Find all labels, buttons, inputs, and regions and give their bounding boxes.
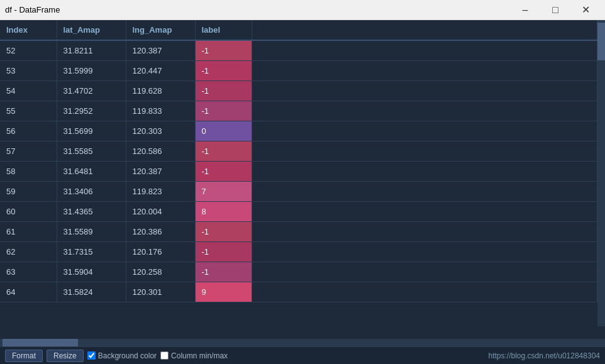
cell-label: -1 — [195, 141, 252, 162]
cell-lat: 31.8211 — [57, 40, 126, 61]
resize-button[interactable]: Resize — [47, 350, 84, 362]
status-left: Format Resize Background color Column mi… — [5, 350, 228, 362]
cell-lat: 31.5699 — [57, 121, 126, 141]
cell-lng: 120.258 — [126, 262, 195, 282]
cell-empty — [252, 182, 597, 202]
cell-label: -1 — [195, 242, 252, 262]
cell-label: -1 — [195, 40, 252, 61]
dataframe-table: Index lat_Amap lng_Amap label 5231.82111… — [0, 20, 597, 302]
cell-index: 60 — [0, 202, 57, 222]
table-row: 6231.7315120.176-1 — [0, 242, 597, 262]
cell-lat: 31.2952 — [57, 101, 126, 121]
cell-lng: 120.176 — [126, 242, 195, 262]
cell-label: -1 — [195, 81, 252, 101]
col-minmax-checkbox[interactable] — [160, 351, 169, 360]
cell-index: 53 — [0, 61, 57, 81]
cell-lat: 31.7315 — [57, 242, 126, 262]
cell-label: 8 — [195, 202, 252, 222]
cell-index: 55 — [0, 101, 57, 121]
cell-lat: 31.5824 — [57, 282, 126, 302]
cell-lng: 120.386 — [126, 222, 195, 242]
cell-empty — [252, 222, 597, 242]
minimize-button[interactable]: – — [511, 0, 540, 20]
table-row: 6131.5589120.386-1 — [0, 222, 597, 242]
cell-index: 56 — [0, 121, 57, 141]
cell-lat: 31.5589 — [57, 222, 126, 242]
cell-empty — [252, 202, 597, 222]
cell-label: 9 — [195, 282, 252, 302]
col-header-lng: lng_Amap — [126, 20, 195, 40]
cell-lat: 31.5904 — [57, 262, 126, 282]
title-bar: df - DataFrame – □ ✕ — [0, 0, 605, 20]
cell-empty — [252, 162, 597, 182]
cell-label: 7 — [195, 182, 252, 202]
cell-empty — [252, 40, 597, 61]
cell-lng: 120.004 — [126, 202, 195, 222]
cell-empty — [252, 61, 597, 81]
cell-lat: 31.6481 — [57, 162, 126, 182]
cell-lng: 119.823 — [126, 182, 195, 202]
cell-index: 63 — [0, 262, 57, 282]
vertical-scrollbar[interactable] — [597, 20, 605, 326]
table-row: 5631.5699120.3030 — [0, 121, 597, 141]
cell-empty — [252, 121, 597, 141]
cell-empty — [252, 81, 597, 101]
scrollbar-thumb[interactable] — [597, 23, 605, 60]
col-header-index: Index — [0, 20, 57, 40]
bg-color-checkbox-item[interactable]: Background color — [87, 351, 157, 360]
cell-index: 54 — [0, 81, 57, 101]
table-row: 5831.6481120.387-1 — [0, 162, 597, 182]
cell-empty — [252, 101, 597, 121]
cell-label: -1 — [195, 162, 252, 182]
cell-lng: 120.303 — [126, 121, 195, 141]
window-controls: – □ ✕ — [511, 0, 600, 20]
cell-empty — [252, 141, 597, 162]
col-header-label: label — [195, 20, 252, 40]
window-title: df - DataFrame — [5, 5, 60, 14]
cell-lng: 120.586 — [126, 141, 195, 162]
url-display: https://blog.csdn.net/u012848304 — [489, 351, 600, 360]
table-header-row: Index lat_Amap lng_Amap label — [0, 20, 597, 40]
bg-color-label: Background color — [98, 351, 157, 360]
table-row: 5531.2952119.833-1 — [0, 101, 597, 121]
cell-lat: 31.5585 — [57, 141, 126, 162]
maximize-button[interactable]: □ — [541, 0, 570, 20]
cell-lat: 31.4365 — [57, 202, 126, 222]
cell-lng: 120.387 — [126, 40, 195, 61]
cell-lng: 120.447 — [126, 61, 195, 81]
table-row: 5931.3406119.8237 — [0, 182, 597, 202]
table-row: 6331.5904120.258-1 — [0, 262, 597, 282]
table-row: 5431.4702119.628-1 — [0, 81, 597, 101]
cell-lat: 31.4702 — [57, 81, 126, 101]
col-minmax-label: Column min/max — [171, 351, 228, 360]
format-button[interactable]: Format — [5, 350, 43, 362]
hscroll-thumb[interactable] — [3, 339, 78, 346]
cell-index: 62 — [0, 242, 57, 262]
bg-color-checkbox[interactable] — [87, 351, 96, 360]
horizontal-scrollbar[interactable] — [0, 339, 605, 346]
cell-lat: 31.5999 — [57, 61, 126, 81]
col-minmax-checkbox-item[interactable]: Column min/max — [160, 351, 228, 360]
table-row: 6031.4365120.0048 — [0, 202, 597, 222]
cell-lat: 31.3406 — [57, 182, 126, 202]
cell-index: 52 — [0, 40, 57, 61]
table-row: 6431.5824120.3019 — [0, 282, 597, 302]
cell-lng: 120.301 — [126, 282, 195, 302]
close-button[interactable]: ✕ — [571, 0, 600, 20]
table-row: 5231.8211120.387-1 — [0, 40, 597, 61]
col-header-lat: lat_Amap — [57, 20, 126, 40]
table-container: Index lat_Amap lng_Amap label 5231.82111… — [0, 20, 605, 339]
cell-index: 64 — [0, 282, 57, 302]
cell-label: -1 — [195, 262, 252, 282]
cell-label: -1 — [195, 61, 252, 81]
cell-empty — [252, 262, 597, 282]
cell-empty — [252, 282, 597, 302]
cell-index: 58 — [0, 162, 57, 182]
status-bar: Format Resize Background color Column mi… — [0, 346, 605, 364]
cell-index: 59 — [0, 182, 57, 202]
cell-label: -1 — [195, 101, 252, 121]
table-row: 5731.5585120.586-1 — [0, 141, 597, 162]
cell-lng: 119.628 — [126, 81, 195, 101]
cell-lng: 120.387 — [126, 162, 195, 182]
table-row: 5331.5999120.447-1 — [0, 61, 597, 81]
